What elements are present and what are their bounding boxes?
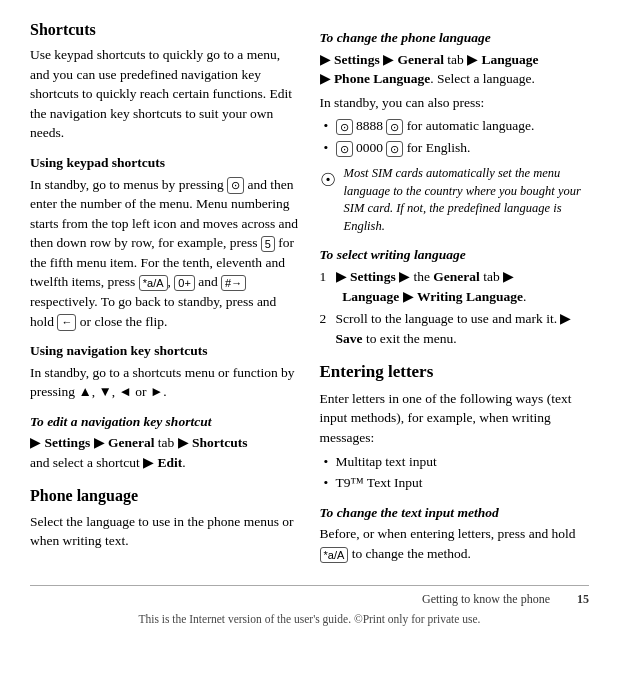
general-label-3: General [433, 269, 480, 284]
footer: Getting to know the phone 15 [30, 585, 589, 608]
key-circle-1: ⊙ [336, 119, 353, 135]
key-hash-icon: #→ [221, 275, 246, 291]
edit-label: Edit [158, 455, 183, 470]
phone-language-body: Select the language to use in the phone … [30, 512, 300, 551]
keypad-shortcuts-heading: Using keypad shortcuts [30, 153, 300, 173]
edit-nav-shortcut-body: ▶ Settings ▶ General tab ▶ Shortcutsand … [30, 433, 300, 472]
entering-letters-heading: Entering letters [320, 360, 590, 385]
center-key-icon: ⊙ [227, 177, 244, 193]
step-num-2: 2 [320, 309, 327, 329]
back-key-icon: ← [57, 314, 76, 330]
footer-copyright: This is the Internet version of the user… [30, 611, 589, 628]
key-circle-3: ⊙ [336, 141, 353, 157]
bullet-auto-lang: ⊙ 8888 ⊙ for automatic language. [320, 116, 590, 136]
note-text: Most SIM cards automatically set the men… [344, 165, 590, 235]
bullet-english-lang: ⊙ 0000 ⊙ for English. [320, 138, 590, 158]
phone-language-label: Phone Language [334, 71, 430, 86]
bullet-multitap: Multitap text input [320, 452, 590, 472]
right-column: To change the phone language ▶ Settings … [320, 18, 590, 567]
save-label: Save [336, 331, 363, 346]
key-star-2-icon: *a/A [320, 547, 349, 563]
keypad-shortcuts-body: In standby, go to menus by pressing ⊙ an… [30, 175, 300, 332]
settings-label-2: Settings [334, 52, 380, 67]
step-num-1: 1 [320, 267, 327, 287]
page-label: Getting to know the phone [422, 592, 550, 606]
nav-keys: ▲, ▼, ◄ or ►. [78, 384, 166, 399]
note-icon: ☉ [320, 167, 336, 193]
key-0-icon: 0+ [174, 275, 195, 291]
standby-also-press: In standby, you can also press: [320, 93, 590, 113]
language-label-1: Language [482, 52, 539, 67]
general-label-2: General [397, 52, 444, 67]
change-text-input-body: Before, or when entering letters, press … [320, 524, 590, 563]
shortcuts-body: Use keypad shortcuts to quickly go to a … [30, 45, 300, 143]
writing-lang-steps: 1 ▶ Settings ▶ the General tab ▶ Languag… [320, 267, 590, 348]
page: Shortcuts Use keypad shortcuts to quickl… [0, 0, 619, 637]
key-star-icon: *a/A [139, 275, 168, 291]
key-circle-4: ⊙ [386, 141, 403, 157]
writing-language-label: Writing Language [417, 289, 523, 304]
footer-spacer [30, 591, 422, 608]
select-writing-lang-heading: To select writing language [320, 245, 590, 265]
settings-label-1: Settings [44, 435, 90, 450]
note-box: ☉ Most SIM cards automatically set the m… [320, 165, 590, 235]
nav-shortcuts-heading: Using navigation key shortcuts [30, 341, 300, 361]
general-label-1: General [108, 435, 155, 450]
nav-shortcuts-body: In standby, go to a shortcuts menu or fu… [30, 363, 300, 402]
entering-letters-body: Enter letters in one of the following wa… [320, 389, 590, 448]
edit-nav-shortcut-heading: To edit a navigation key shortcut [30, 412, 300, 432]
left-column: Shortcuts Use keypad shortcuts to quickl… [30, 18, 300, 567]
change-text-input-heading: To change the text input method [320, 503, 590, 523]
bullet-t9: T9™ Text Input [320, 473, 590, 493]
key-circle-2: ⊙ [386, 119, 403, 135]
page-number: 15 [577, 592, 589, 606]
step-1: 1 ▶ Settings ▶ the General tab ▶ Languag… [320, 267, 590, 306]
footer-page-info: Getting to know the phone 15 [422, 591, 589, 608]
shortcuts-heading: Shortcuts [30, 18, 300, 41]
language-bullets: ⊙ 8888 ⊙ for automatic language. ⊙ 0000 … [320, 116, 590, 157]
change-phone-lang-body: ▶ Settings ▶ General tab ▶ Language▶ Pho… [320, 50, 590, 89]
change-phone-lang-heading: To change the phone language [320, 28, 590, 48]
settings-label-3: Settings [350, 269, 396, 284]
key-5-icon: 5 [261, 236, 275, 252]
text-input-bullets: Multitap text input T9™ Text Input [320, 452, 590, 493]
shortcuts-label: Shortcuts [192, 435, 248, 450]
copyright-text: This is the Internet version of the user… [138, 613, 480, 625]
step-2: 2 Scroll to the language to use and mark… [320, 309, 590, 348]
phone-language-heading: Phone language [30, 484, 300, 507]
language-label-2: Language [342, 289, 399, 304]
